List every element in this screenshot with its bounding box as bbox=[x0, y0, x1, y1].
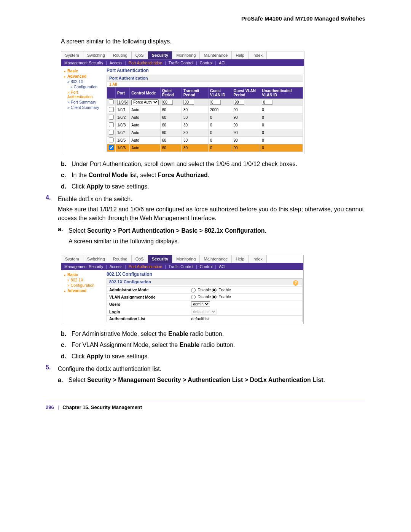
tab-index[interactable]: Index bbox=[249, 255, 267, 263]
step5-title: Configure the dot1x authentication list. bbox=[58, 364, 365, 373]
side-advanced[interactable]: Advanced bbox=[64, 74, 102, 78]
subnav-port-authentication[interactable]: Port Authentication bbox=[129, 61, 162, 65]
tab-system[interactable]: System bbox=[61, 255, 83, 263]
table-row[interactable]: 1/0/5Auto60300900 bbox=[107, 137, 303, 144]
step4-marker: 4. bbox=[46, 193, 58, 249]
panel-head: Port Authentication bbox=[107, 75, 303, 81]
tab-monitoring[interactable]: Monitoring bbox=[172, 51, 200, 59]
tab-routing[interactable]: Routing bbox=[109, 255, 132, 263]
step-c-marker: c. bbox=[61, 171, 72, 179]
port-auth-table: PortControl ModeQuiet PeriodTransmit Per… bbox=[107, 87, 303, 152]
side-item-client-summary[interactable]: » Client Summary bbox=[67, 105, 102, 110]
row-checkbox[interactable] bbox=[109, 115, 114, 120]
table-row[interactable]: 1/0/6Auto60300900 bbox=[107, 144, 303, 152]
subnav-traffic-control[interactable]: Traffic Control bbox=[169, 61, 193, 65]
side-advanced[interactable]: Advanced bbox=[64, 288, 102, 293]
intro-text: A screen similar to the following displa… bbox=[61, 37, 365, 46]
tab-switching[interactable]: Switching bbox=[83, 51, 109, 59]
col-port: Port bbox=[116, 88, 130, 99]
col-guest-vlan-period: Guest VLAN Period bbox=[232, 88, 260, 99]
step-b-marker: b. bbox=[61, 160, 72, 168]
row-checkbox[interactable] bbox=[109, 130, 114, 135]
tab-qos[interactable]: QoS bbox=[132, 255, 148, 263]
tab-maintenance[interactable]: Maintenance bbox=[200, 51, 232, 59]
subnav-traffic-control[interactable]: Traffic Control bbox=[169, 264, 193, 269]
step5-marker: 5. bbox=[46, 363, 58, 387]
table-row[interactable]: 1/0/4Auto60300900 bbox=[107, 129, 303, 137]
step-d-marker: d. bbox=[61, 182, 72, 191]
screenshot-8021x-config: SystemSwitchingRoutingQoSSecurityMonitor… bbox=[61, 255, 304, 324]
tab-switching[interactable]: Switching bbox=[83, 255, 109, 263]
tab-monitoring[interactable]: Monitoring bbox=[172, 255, 200, 263]
screenshot-port-auth: SystemSwitchingRoutingQoSSecurityMonitor… bbox=[61, 51, 304, 154]
radio-enable[interactable] bbox=[212, 288, 217, 292]
table-row[interactable]: 1/0/1Auto60302000900 bbox=[107, 106, 303, 114]
config-row-administrative-mode: Administrative Mode Disable Enable bbox=[107, 286, 302, 293]
side-basic[interactable]: Basic bbox=[64, 69, 102, 73]
tab-security[interactable]: Security bbox=[148, 51, 172, 59]
radio-disable[interactable] bbox=[191, 288, 196, 292]
subnav-management-security[interactable]: Management Security bbox=[64, 264, 103, 269]
tab-routing[interactable]: Routing bbox=[109, 51, 132, 59]
step4-note: Make sure that 1/0/12 and 1/0/6 are conf… bbox=[58, 205, 365, 222]
row-checkbox[interactable] bbox=[109, 107, 114, 112]
page-footer: 296 | Chapter 15. Security Management bbox=[46, 404, 365, 410]
footer-rule bbox=[46, 402, 365, 402]
side-item-configuration[interactable]: » Configuration bbox=[67, 283, 102, 288]
subnav-access[interactable]: Access bbox=[110, 61, 123, 65]
radio-disable[interactable] bbox=[191, 295, 196, 299]
step-b-text: Under Port Authentication, scroll down a… bbox=[72, 161, 297, 167]
subnav-management-security[interactable]: Management Security bbox=[64, 61, 103, 65]
subnav-control[interactable]: Control bbox=[200, 61, 213, 65]
col-quiet-period: Quiet Period bbox=[160, 88, 182, 99]
help-icon[interactable]: ? bbox=[293, 280, 298, 286]
col-guest-vlan-id: Guest VLAN ID bbox=[208, 88, 232, 99]
col-check bbox=[107, 88, 116, 99]
step4-title: Enable dot1x on the switch. bbox=[58, 195, 365, 203]
tab-index[interactable]: Index bbox=[249, 51, 267, 59]
subnav-acl[interactable]: ACL bbox=[219, 264, 226, 269]
config-row-authentication-list: Authentication ListdefaultList bbox=[107, 316, 302, 322]
config-row-vlan-assignment-mode: VLAN Assignment Mode Disable Enable bbox=[107, 293, 302, 300]
tab-help[interactable]: Help bbox=[232, 51, 249, 59]
radio-enable[interactable] bbox=[212, 295, 217, 299]
table-row[interactable]: 1/0/2Auto60300900 bbox=[107, 114, 303, 121]
side-basic[interactable]: Basic bbox=[64, 272, 102, 277]
tab-maintenance[interactable]: Maintenance bbox=[200, 255, 232, 263]
tab-system[interactable]: System bbox=[61, 51, 83, 59]
row-checkbox[interactable] bbox=[109, 145, 114, 150]
tab-help[interactable]: Help bbox=[232, 255, 249, 263]
tab-qos[interactable]: QoS bbox=[132, 51, 148, 59]
table-entry-row[interactable]: 1/0/6Force Authorized60300900 bbox=[107, 99, 303, 106]
panel-head-2: 802.1X Configuration ? bbox=[107, 279, 302, 285]
side-item-802-1x[interactable]: » 802.1X bbox=[67, 278, 102, 282]
select-users[interactable]: admin bbox=[191, 301, 210, 307]
config-row-login: LogindefaultList bbox=[107, 308, 302, 316]
row-checkbox[interactable] bbox=[109, 122, 114, 127]
tab-security[interactable]: Security bbox=[148, 255, 172, 263]
panel-title: Port Authentication bbox=[107, 68, 303, 73]
select-login[interactable]: defaultList bbox=[191, 309, 217, 315]
subnav-access[interactable]: Access bbox=[110, 264, 123, 269]
config-table: Administrative Mode Disable EnableVLAN A… bbox=[107, 286, 302, 322]
side-item-port-authentication[interactable]: » Port Authentication bbox=[67, 90, 102, 99]
row-checkbox[interactable] bbox=[109, 137, 114, 142]
step4a-marker: a. bbox=[58, 225, 68, 247]
filter-row[interactable]: 1 All bbox=[107, 81, 303, 87]
subnav-control[interactable]: Control bbox=[200, 264, 213, 269]
table-row[interactable]: 1/0/3Auto60300900 bbox=[107, 121, 303, 129]
col-transmit-period: Transmit Period bbox=[182, 88, 208, 99]
subnav-acl[interactable]: ACL bbox=[219, 61, 226, 65]
col-control-mode: Control Mode bbox=[130, 88, 161, 99]
side-item-port-summary[interactable]: » Port Summary bbox=[67, 100, 102, 104]
config-row-users: Usersadmin bbox=[107, 300, 302, 308]
side-item-802-1x[interactable]: » 802.1X bbox=[67, 79, 102, 84]
subnav-port-authentication[interactable]: Port Authentication bbox=[129, 264, 162, 269]
entry-checkbox[interactable] bbox=[109, 99, 114, 104]
col-unauthenticated-vlan-id: Unauthenticated VLAN ID bbox=[260, 88, 303, 99]
side-item-configuration[interactable]: » Configuration bbox=[70, 85, 102, 89]
doc-title: ProSafe M4100 and M7100 Managed Switches bbox=[46, 15, 365, 22]
control-mode-select[interactable]: Force Authorized bbox=[131, 99, 159, 105]
panel-title-2: 802.1X Configuration bbox=[107, 272, 303, 277]
